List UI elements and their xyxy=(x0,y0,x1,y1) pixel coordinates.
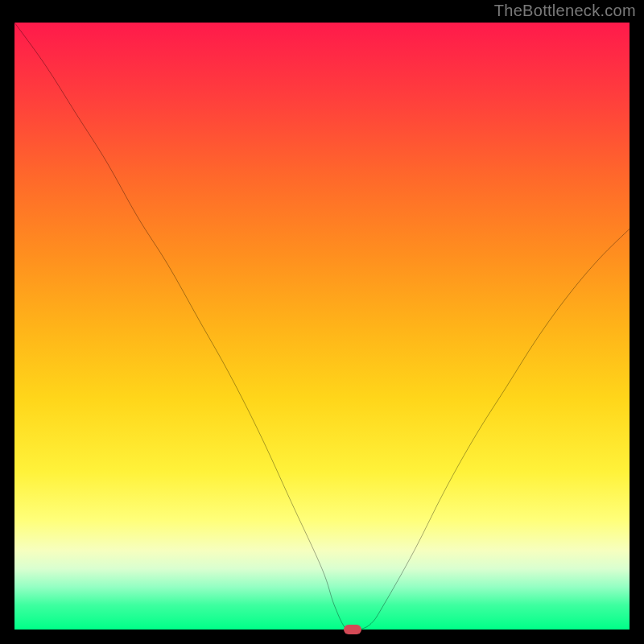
watermark-text: TheBottleneck.com xyxy=(494,2,636,20)
minimum-marker xyxy=(344,625,361,634)
chart-frame: TheBottleneck.com xyxy=(0,0,644,644)
plot-area xyxy=(14,23,630,630)
bottleneck-curve xyxy=(14,23,630,630)
